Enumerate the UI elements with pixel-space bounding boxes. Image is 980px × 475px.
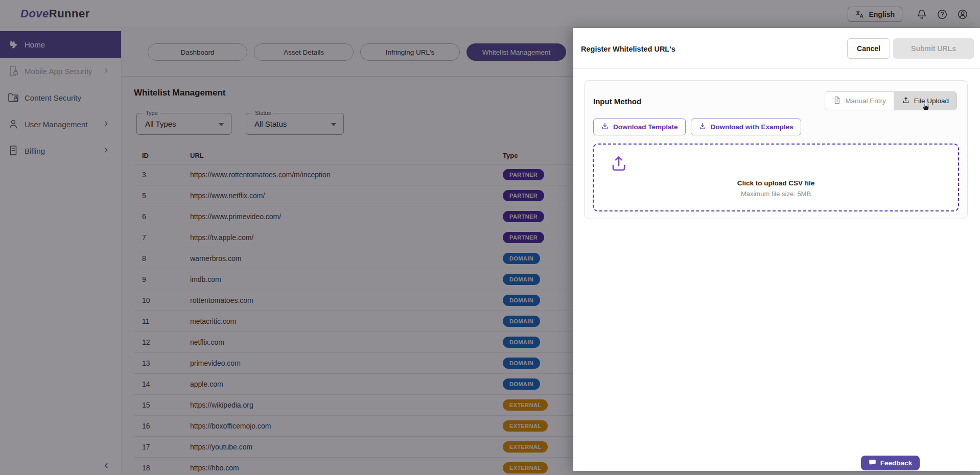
- cancel-button[interactable]: Cancel: [847, 38, 890, 59]
- speech-bubble-icon: [869, 459, 876, 468]
- drawer-title: Register Whitelisted URL's: [581, 45, 675, 53]
- download-icon: [698, 122, 707, 132]
- upload-icon: [902, 96, 910, 106]
- download-with-examples-button[interactable]: Download with Examples: [691, 118, 801, 135]
- download-with-examples-label: Download with Examples: [711, 123, 794, 131]
- download-template-button[interactable]: Download Template: [593, 118, 686, 135]
- manual-entry-toggle[interactable]: Manual Entry: [825, 92, 894, 110]
- download-buttons-row: Download Template Download with Examples: [593, 118, 801, 135]
- download-template-label: Download Template: [613, 123, 678, 131]
- screen: DoveRunner English: [0, 0, 980, 475]
- dropzone-title: Click to upload CSV file: [594, 179, 958, 187]
- mouse-pointer-cursor: [920, 100, 932, 114]
- manual-entry-label: Manual Entry: [845, 97, 886, 105]
- upload-icon: [609, 154, 628, 175]
- input-method-label: Input Method: [593, 97, 641, 106]
- download-icon: [601, 122, 609, 132]
- drawer-header: Register Whitelisted URL's Cancel Submit…: [573, 28, 980, 69]
- dropzone-subtitle: Maximum file size: 5MB: [594, 190, 958, 198]
- csv-upload-dropzone[interactable]: Click to upload CSV file Maximum file si…: [593, 144, 959, 211]
- input-method-card: Input Method Manual Entry File Upload: [584, 80, 968, 219]
- register-whitelisted-urls-drawer: Register Whitelisted URL's Cancel Submit…: [573, 28, 980, 471]
- document-icon: [833, 96, 841, 106]
- submit-urls-button[interactable]: Submit URLs: [893, 38, 974, 59]
- input-method-toggle: Manual Entry File Upload: [825, 91, 957, 110]
- feedback-label: Feedback: [880, 459, 912, 467]
- feedback-button[interactable]: Feedback: [861, 456, 920, 470]
